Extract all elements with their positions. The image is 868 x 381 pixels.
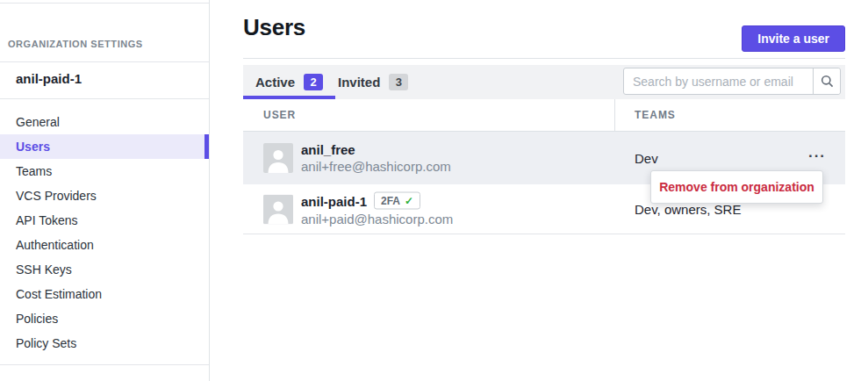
invite-user-button[interactable]: Invite a user	[742, 25, 845, 52]
teams-cell: Dev	[635, 151, 658, 166]
active-count-badge: 2	[304, 74, 323, 90]
user-avatar	[263, 143, 293, 173]
main-content: Users Invite a user Active 2 Invited 3	[210, 0, 868, 381]
user-email: anil+free@hashicorp.com	[301, 159, 451, 174]
search-icon	[821, 75, 834, 88]
divider	[0, 364, 209, 365]
search-input[interactable]	[624, 68, 813, 94]
user-cell: anil_free anil+free@hashicorp.com	[263, 142, 451, 174]
more-actions-button[interactable]: ···	[803, 146, 831, 167]
divider	[0, 98, 209, 99]
divider	[614, 99, 615, 132]
sidebar-item-authentication[interactable]: Authentication	[0, 233, 209, 257]
sidebar-item-general[interactable]: General	[0, 110, 209, 134]
person-icon	[263, 194, 293, 224]
invited-count-badge: 3	[389, 74, 408, 90]
column-header-teams: TEAMS	[635, 109, 676, 121]
person-icon	[263, 143, 293, 173]
tab-invited[interactable]: Invited 3	[326, 65, 420, 99]
user-cell: anil-paid-1 2FA ✓ anil+paid@hashicorp.co…	[263, 192, 453, 226]
app-window: ORGANIZATION SETTINGS anil-paid-1 Genera…	[0, 0, 868, 381]
sidebar-item-policy-sets[interactable]: Policy Sets	[0, 331, 209, 356]
sidebar-nav: General Users Teams VCS Providers API To…	[0, 110, 209, 356]
search-button[interactable]	[813, 68, 840, 94]
teams-cell: Dev, owners, SRE	[635, 202, 741, 217]
tab-invited-label: Invited	[338, 75, 380, 90]
sidebar-item-teams[interactable]: Teams	[0, 159, 209, 183]
page-title: Users	[243, 14, 305, 41]
org-name: anil-paid-1	[16, 71, 82, 86]
check-icon: ✓	[405, 195, 413, 207]
divider	[243, 58, 845, 59]
tab-active[interactable]: Active 2	[243, 65, 335, 99]
sidebar-item-ssh-keys[interactable]: SSH Keys	[0, 257, 209, 282]
divider	[0, 3, 209, 4]
remove-from-organization-menu-item[interactable]: Remove from organization	[651, 171, 822, 203]
user-text: anil_free anil+free@hashicorp.com	[301, 142, 451, 174]
tab-bar: Active 2 Invited 3	[243, 65, 845, 99]
user-avatar	[263, 194, 293, 224]
sidebar-item-vcs-providers[interactable]: VCS Providers	[0, 183, 209, 208]
two-fa-label: 2FA	[381, 195, 400, 207]
username: anil-paid-1	[301, 193, 367, 208]
column-header-user: USER	[263, 109, 296, 121]
sidebar-section-label: ORGANIZATION SETTINGS	[8, 39, 143, 49]
sidebar: ORGANIZATION SETTINGS anil-paid-1 Genera…	[0, 0, 209, 381]
username: anil_free	[301, 142, 355, 157]
tab-active-label: Active	[255, 75, 295, 90]
user-email: anil+paid@hashicorp.com	[301, 212, 453, 226]
divider	[0, 61, 209, 62]
user-text: anil-paid-1 2FA ✓ anil+paid@hashicorp.co…	[301, 192, 453, 226]
search-box	[623, 68, 841, 95]
sidebar-item-cost-estimation[interactable]: Cost Estimation	[0, 282, 209, 306]
two-fa-badge: 2FA ✓	[374, 192, 420, 210]
table-header: USER TEAMS	[243, 99, 845, 132]
sidebar-item-users[interactable]: Users	[0, 134, 209, 159]
sidebar-item-policies[interactable]: Policies	[0, 306, 209, 331]
context-menu: Remove from organization	[650, 170, 823, 204]
sidebar-item-api-tokens[interactable]: API Tokens	[0, 208, 209, 233]
